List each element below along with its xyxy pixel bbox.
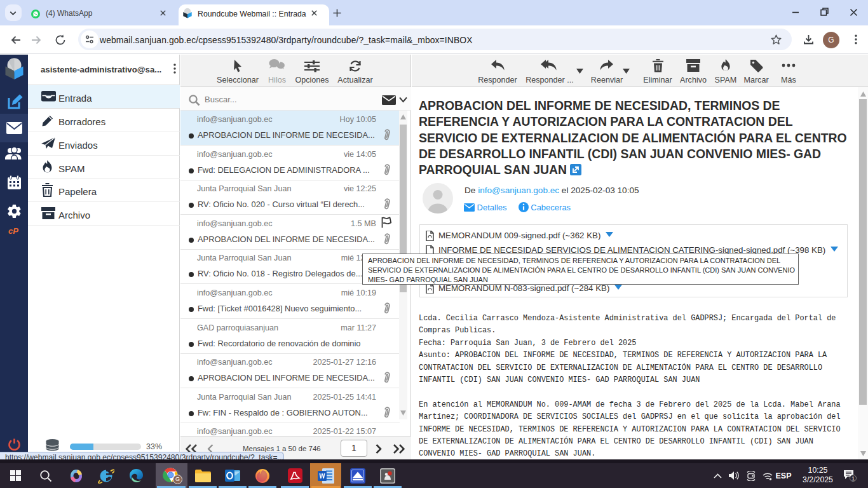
svg-text:1: 1 bbox=[851, 475, 855, 482]
